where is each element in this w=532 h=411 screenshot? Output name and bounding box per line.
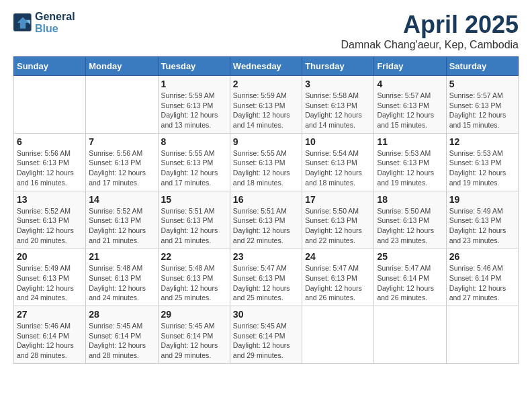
daylight-text: Daylight: 12 hours and 15 minutes. bbox=[449, 110, 515, 130]
daylight-text: Daylight: 12 hours and 28 minutes. bbox=[17, 340, 83, 360]
sunrise-text: Sunrise: 5:45 AM bbox=[161, 321, 227, 331]
daylight-text: Daylight: 12 hours and 22 minutes. bbox=[233, 226, 299, 245]
sunset-text: Sunset: 6:13 PM bbox=[377, 101, 443, 111]
sunset-text: Sunset: 6:13 PM bbox=[305, 273, 371, 283]
calendar-body: 1Sunrise: 5:59 AMSunset: 6:13 PMDaylight… bbox=[14, 76, 519, 364]
sunrise-text: Sunrise: 5:51 AM bbox=[233, 206, 299, 216]
cell-week5-day3: 30Sunrise: 5:45 AMSunset: 6:14 PMDayligh… bbox=[230, 306, 302, 364]
daylight-text: Daylight: 12 hours and 29 minutes. bbox=[233, 340, 299, 360]
day-number: 13 bbox=[17, 194, 83, 205]
day-detail: Sunrise: 5:53 AMSunset: 6:13 PMDaylight:… bbox=[377, 148, 443, 188]
daylight-text: Daylight: 12 hours and 16 minutes. bbox=[17, 168, 83, 187]
daylight-text: Daylight: 12 hours and 24 minutes. bbox=[89, 283, 154, 303]
cell-week1-day3: 2Sunrise: 5:59 AMSunset: 6:13 PMDaylight… bbox=[230, 76, 302, 134]
day-detail: Sunrise: 5:47 AMSunset: 6:14 PMDaylight:… bbox=[377, 263, 443, 303]
daylight-text: Daylight: 12 hours and 19 minutes. bbox=[377, 168, 443, 187]
sunrise-text: Sunrise: 5:55 AM bbox=[161, 148, 227, 158]
cell-week3-day0: 13Sunrise: 5:52 AMSunset: 6:13 PMDayligh… bbox=[14, 191, 86, 248]
daylight-text: Daylight: 12 hours and 26 minutes. bbox=[305, 283, 371, 303]
logo: General Blue bbox=[13, 11, 75, 35]
header-tuesday: Tuesday bbox=[158, 57, 230, 76]
day-detail: Sunrise: 5:59 AMSunset: 6:13 PMDaylight:… bbox=[161, 91, 227, 130]
sunrise-text: Sunrise: 5:47 AM bbox=[377, 263, 443, 273]
sunrise-text: Sunrise: 5:56 AM bbox=[17, 148, 83, 158]
day-detail: Sunrise: 5:50 AMSunset: 6:13 PMDaylight:… bbox=[305, 206, 371, 246]
cell-week5-day4 bbox=[302, 306, 374, 364]
day-detail: Sunrise: 5:52 AMSunset: 6:13 PMDaylight:… bbox=[89, 206, 154, 246]
sunset-text: Sunset: 6:13 PM bbox=[233, 158, 299, 168]
cell-week4-day2: 22Sunrise: 5:48 AMSunset: 6:13 PMDayligh… bbox=[158, 248, 230, 306]
sunset-text: Sunset: 6:13 PM bbox=[17, 216, 83, 226]
day-number: 2 bbox=[233, 79, 299, 89]
daylight-text: Daylight: 12 hours and 14 minutes. bbox=[305, 110, 371, 130]
cell-week2-day6: 12Sunrise: 5:53 AMSunset: 6:13 PMDayligh… bbox=[446, 133, 518, 191]
sunrise-text: Sunrise: 5:50 AM bbox=[305, 206, 371, 216]
day-detail: Sunrise: 5:45 AMSunset: 6:14 PMDaylight:… bbox=[161, 321, 227, 361]
sunset-text: Sunset: 6:13 PM bbox=[17, 273, 83, 283]
calendar-table: Sunday Monday Tuesday Wednesday Thursday… bbox=[13, 56, 519, 364]
sunset-text: Sunset: 6:14 PM bbox=[89, 331, 154, 341]
day-detail: Sunrise: 5:58 AMSunset: 6:13 PMDaylight:… bbox=[305, 91, 371, 130]
sunset-text: Sunset: 6:14 PM bbox=[449, 273, 515, 283]
cell-week3-day1: 14Sunrise: 5:52 AMSunset: 6:13 PMDayligh… bbox=[86, 191, 158, 248]
sunset-text: Sunset: 6:13 PM bbox=[89, 158, 154, 168]
header-friday: Friday bbox=[374, 57, 446, 76]
sunset-text: Sunset: 6:13 PM bbox=[89, 216, 154, 226]
cell-week3-day3: 16Sunrise: 5:51 AMSunset: 6:13 PMDayligh… bbox=[230, 191, 302, 248]
sunrise-text: Sunrise: 5:51 AM bbox=[161, 206, 227, 216]
sunrise-text: Sunrise: 5:47 AM bbox=[233, 263, 299, 273]
day-detail: Sunrise: 5:46 AMSunset: 6:14 PMDaylight:… bbox=[17, 321, 83, 361]
day-detail: Sunrise: 5:49 AMSunset: 6:13 PMDaylight:… bbox=[449, 206, 515, 246]
cell-week4-day5: 25Sunrise: 5:47 AMSunset: 6:14 PMDayligh… bbox=[374, 248, 446, 306]
day-detail: Sunrise: 5:59 AMSunset: 6:13 PMDaylight:… bbox=[233, 91, 299, 130]
sunset-text: Sunset: 6:14 PM bbox=[161, 331, 227, 341]
cell-week2-day4: 10Sunrise: 5:54 AMSunset: 6:13 PMDayligh… bbox=[302, 133, 374, 191]
cell-week4-day4: 24Sunrise: 5:47 AMSunset: 6:13 PMDayligh… bbox=[302, 248, 374, 306]
day-number: 21 bbox=[89, 251, 154, 262]
calendar-header: Sunday Monday Tuesday Wednesday Thursday… bbox=[14, 57, 519, 76]
day-detail: Sunrise: 5:53 AMSunset: 6:13 PMDaylight:… bbox=[449, 148, 515, 188]
day-detail: Sunrise: 5:56 AMSunset: 6:13 PMDaylight:… bbox=[89, 148, 154, 188]
day-number: 19 bbox=[449, 194, 515, 205]
day-number: 12 bbox=[449, 136, 515, 147]
logo-text: General Blue bbox=[35, 11, 75, 35]
daylight-text: Daylight: 12 hours and 22 minutes. bbox=[305, 226, 371, 245]
sunset-text: Sunset: 6:13 PM bbox=[233, 273, 299, 283]
day-detail: Sunrise: 5:55 AMSunset: 6:13 PMDaylight:… bbox=[233, 148, 299, 188]
day-detail: Sunrise: 5:49 AMSunset: 6:13 PMDaylight:… bbox=[17, 263, 83, 303]
day-number: 14 bbox=[89, 194, 154, 205]
cell-week3-day2: 15Sunrise: 5:51 AMSunset: 6:13 PMDayligh… bbox=[158, 191, 230, 248]
day-detail: Sunrise: 5:48 AMSunset: 6:13 PMDaylight:… bbox=[161, 263, 227, 303]
cell-week2-day0: 6Sunrise: 5:56 AMSunset: 6:13 PMDaylight… bbox=[14, 133, 86, 191]
day-detail: Sunrise: 5:48 AMSunset: 6:13 PMDaylight:… bbox=[89, 263, 154, 303]
daylight-text: Daylight: 12 hours and 25 minutes. bbox=[233, 283, 299, 303]
sunset-text: Sunset: 6:13 PM bbox=[377, 158, 443, 168]
day-number: 28 bbox=[89, 309, 154, 320]
daylight-text: Daylight: 12 hours and 21 minutes. bbox=[89, 226, 154, 245]
day-detail: Sunrise: 5:51 AMSunset: 6:13 PMDaylight:… bbox=[161, 206, 227, 246]
sunset-text: Sunset: 6:13 PM bbox=[161, 101, 227, 111]
daylight-text: Daylight: 12 hours and 27 minutes. bbox=[449, 283, 515, 303]
daylight-text: Daylight: 12 hours and 29 minutes. bbox=[161, 340, 227, 360]
day-number: 1 bbox=[161, 79, 227, 89]
sunrise-text: Sunrise: 5:48 AM bbox=[161, 263, 227, 273]
day-number: 16 bbox=[233, 194, 299, 205]
cell-week2-day3: 9Sunrise: 5:55 AMSunset: 6:13 PMDaylight… bbox=[230, 133, 302, 191]
sunset-text: Sunset: 6:13 PM bbox=[17, 158, 83, 168]
day-number: 22 bbox=[161, 251, 227, 262]
sunrise-text: Sunrise: 5:53 AM bbox=[377, 148, 443, 158]
day-number: 20 bbox=[17, 251, 83, 262]
daylight-text: Daylight: 12 hours and 17 minutes. bbox=[161, 168, 227, 187]
sunrise-text: Sunrise: 5:49 AM bbox=[449, 206, 515, 216]
cell-week2-day5: 11Sunrise: 5:53 AMSunset: 6:13 PMDayligh… bbox=[374, 133, 446, 191]
daylight-text: Daylight: 12 hours and 13 minutes. bbox=[161, 110, 227, 130]
cell-week5-day1: 28Sunrise: 5:45 AMSunset: 6:14 PMDayligh… bbox=[86, 306, 158, 364]
day-number: 23 bbox=[233, 251, 299, 262]
daylight-text: Daylight: 12 hours and 18 minutes. bbox=[305, 168, 371, 187]
sunrise-text: Sunrise: 5:49 AM bbox=[17, 263, 83, 273]
sunset-text: Sunset: 6:13 PM bbox=[305, 216, 371, 226]
sunset-text: Sunset: 6:13 PM bbox=[305, 101, 371, 111]
cell-week2-day2: 8Sunrise: 5:55 AMSunset: 6:13 PMDaylight… bbox=[158, 133, 230, 191]
day-number: 17 bbox=[305, 194, 371, 205]
week-row-3: 13Sunrise: 5:52 AMSunset: 6:13 PMDayligh… bbox=[14, 191, 519, 248]
